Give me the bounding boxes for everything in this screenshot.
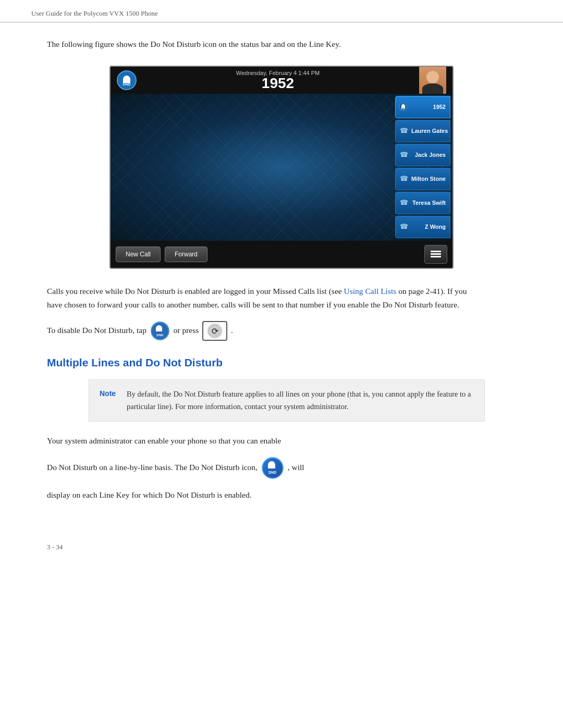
disable-dnd-period: . <box>231 326 233 335</box>
note-box: Note By default, the Do Not Disturb feat… <box>89 379 485 421</box>
line-key-label-2: Lauren Gates <box>411 128 448 134</box>
line-key-label-6: Z Wong <box>411 224 446 230</box>
line-key-label-4: Milton Stone <box>411 176 446 182</box>
section-heading-multiple-lines: Multiple Lines and Do Not Disturb <box>47 356 516 369</box>
caller-avatar <box>419 67 446 94</box>
dnd-status-icon: DND <box>117 70 137 90</box>
phone-main-area: DND 1952 ☎ Lauren Gates ☎ Jack Jones ☎ <box>111 94 452 241</box>
body-para-5-text: display on each Line Key for which Do No… <box>47 490 252 499</box>
line-key-icon-5: ☎ <box>400 199 408 207</box>
disable-dnd-text-or: or press <box>174 326 199 335</box>
line-key-jack-jones[interactable]: ☎ Jack Jones <box>395 144 450 166</box>
dnd-person-shape <box>123 76 130 83</box>
phone-number: 1952 <box>137 76 419 91</box>
page-header: User Guide for the Polycom VVX 1500 Phon… <box>0 0 563 22</box>
note-label: Note <box>100 388 118 398</box>
body-para-5: display on each Line Key for which Do No… <box>47 488 474 502</box>
phone-sidebar: DND 1952 ☎ Lauren Gates ☎ Jack Jones ☎ <box>395 94 452 241</box>
page-number: 3 - 34 <box>47 543 63 551</box>
line-key-label-5: Teresa Swift <box>411 200 446 206</box>
line-key-icon-3: ☎ <box>400 151 408 159</box>
line-key-label-3: Jack Jones <box>411 152 446 158</box>
body-para-3-text: Your system administrator can enable you… <box>47 436 281 445</box>
new-call-button[interactable]: New Call <box>116 246 161 262</box>
forward-button[interactable]: Forward <box>165 246 207 262</box>
note-text: By default, the Do Not Disturb feature a… <box>127 388 474 412</box>
line-key-icon-4: ☎ <box>400 175 408 183</box>
press-button-visual: ⟳ <box>202 321 227 341</box>
dnd-press-icon: ⟳ <box>207 324 222 338</box>
line-key-dnd-icon-1: DND <box>399 103 407 111</box>
disable-dnd-para: To disable Do Not Disturb, tap DND or pr… <box>47 321 474 341</box>
header-title: User Guide for the Polycom VVX 1500 Phon… <box>31 9 158 17</box>
body-para-4: Do Not Disturb on a line-by-line basis. … <box>47 457 474 479</box>
body-para-4-before: Do Not Disturb on a line-by-line basis. … <box>47 463 258 472</box>
line-key-1952[interactable]: DND 1952 <box>395 96 450 118</box>
using-call-lists-link[interactable]: Using Call Lists <box>344 287 397 295</box>
line-key-teresa-swift[interactable]: ☎ Teresa Swift <box>395 192 450 214</box>
disable-dnd-text-before: To disable Do Not Disturb, tap <box>47 326 146 335</box>
body-para-1-text-before: Calls you receive while Do Not Disturb i… <box>47 287 344 295</box>
phone-bottom-bar: New Call Forward <box>111 241 452 268</box>
line-key-icon-6: ☎ <box>400 223 408 231</box>
line-key-z-wong[interactable]: ☎ Z Wong <box>395 216 450 238</box>
intro-paragraph: The following figure shows the Do Not Di… <box>47 38 474 51</box>
line-key-milton-stone[interactable]: ☎ Milton Stone <box>395 168 450 190</box>
dnd-inline-large-icon <box>262 457 284 479</box>
menu-button-container <box>424 245 447 264</box>
menu-button[interactable] <box>424 245 447 264</box>
intro-text: The following figure shows the Do Not Di… <box>47 40 341 48</box>
dnd-tap-icon: DND <box>151 322 169 340</box>
line-key-lauren-gates[interactable]: ☎ Lauren Gates <box>395 120 450 142</box>
page-footer: 3 - 34 <box>0 533 563 562</box>
phone-datetime-display: Wednesday, February 4 1:44 PM 1952 <box>137 70 419 91</box>
body-para-1: Calls you receive while Do Not Disturb i… <box>47 285 474 312</box>
phone-screenshot: DND Wednesday, February 4 1:44 PM 1952 D… <box>109 66 454 269</box>
page-content: The following figure shows the Do Not Di… <box>0 22 563 533</box>
phone-top-bar: DND Wednesday, February 4 1:44 PM 1952 <box>111 67 452 94</box>
avatar-face <box>419 67 446 94</box>
line-key-icon-2: ☎ <box>400 127 408 135</box>
body-para-3: Your system administrator can enable you… <box>47 434 474 448</box>
body-para-4-after: , will <box>288 463 304 472</box>
